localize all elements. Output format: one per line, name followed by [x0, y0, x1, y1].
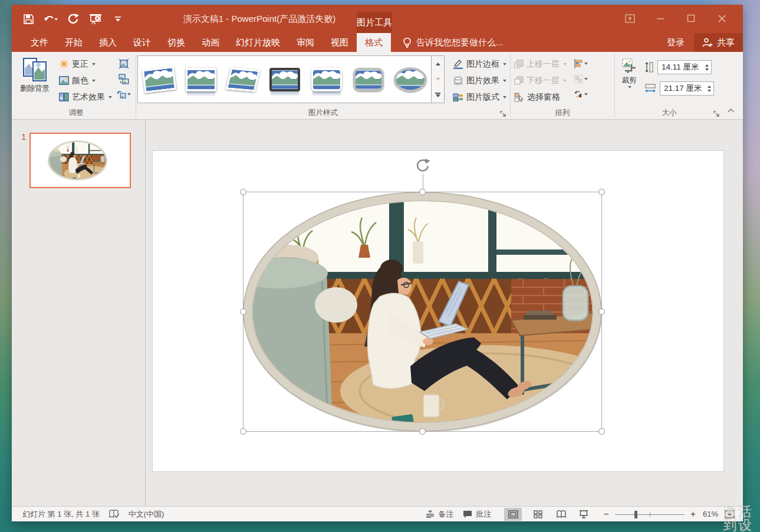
gallery-scroll-up-icon[interactable] — [432, 56, 444, 71]
shape-height-field[interactable]: 14.11 厘米 — [657, 60, 712, 74]
slide-sorter-view-icon[interactable] — [529, 508, 547, 521]
selection-pane-label: 选择窗格 — [527, 92, 560, 103]
tab-animations[interactable]: 动画 — [193, 33, 228, 52]
group-size: 裁剪 14.11 厘米 21.17 厘米 — [616, 52, 722, 119]
tab-file[interactable]: 文件 — [22, 33, 57, 52]
comments-button[interactable]: 批注 — [458, 507, 496, 521]
rotate-objects-button[interactable] — [574, 87, 588, 101]
resize-handle-left[interactable] — [240, 308, 246, 315]
slideshow-view-icon[interactable] — [575, 508, 593, 521]
resize-handle-top-left[interactable] — [240, 189, 246, 195]
zoom-level[interactable]: 61% — [698, 510, 720, 518]
picture-style-simple-frame-white[interactable] — [180, 56, 222, 103]
language-status[interactable]: 中文(中国) — [124, 507, 169, 521]
align-objects-button[interactable] — [574, 57, 588, 71]
slide-thumbnail-panel: 1 — [12, 120, 146, 506]
customize-quick-access-toolbar-icon[interactable] — [111, 12, 125, 26]
group-label-picture-styles: 图片样式 — [137, 108, 509, 119]
tab-view[interactable]: 视图 — [323, 33, 357, 52]
picture-style-frame-black[interactable] — [264, 56, 305, 103]
tab-transitions[interactable]: 切换 — [159, 33, 193, 52]
main-area: 1 — [12, 120, 743, 506]
tab-format[interactable]: 格式 — [357, 33, 391, 52]
corrections-button[interactable]: 更正 — [57, 56, 114, 72]
shape-width-field[interactable]: 21.17 厘米 — [660, 81, 714, 96]
picture-border-button[interactable]: 图片边框 — [450, 56, 509, 72]
normal-view-icon[interactable] — [504, 508, 522, 521]
tell-me-box[interactable]: 告诉我您想要做什么... — [403, 33, 504, 52]
collapse-ribbon-icon[interactable] — [725, 106, 736, 114]
fit-slide-to-window-icon[interactable] — [720, 508, 738, 521]
send-backward-button[interactable]: 下移一层 — [512, 73, 569, 88]
selection-pane-button[interactable]: 选择窗格 — [512, 89, 569, 105]
bring-forward-button[interactable]: 上移一层 — [512, 56, 569, 72]
resize-handle-top[interactable] — [419, 189, 426, 195]
slide-thumbnail[interactable] — [29, 133, 131, 188]
picture-style-rounded-metal[interactable] — [347, 56, 389, 103]
start-slideshow-icon[interactable] — [88, 12, 103, 26]
sign-in-button[interactable]: 登录 — [657, 33, 694, 52]
picture-effects-caret — [503, 80, 506, 82]
maximize-icon[interactable] — [676, 8, 706, 28]
resize-handle-bottom-left[interactable] — [240, 428, 246, 435]
quick-access-toolbar — [21, 12, 125, 26]
zoom-slider[interactable] — [615, 510, 685, 518]
picture-style-metal-oval[interactable] — [389, 56, 431, 103]
group-separator — [614, 54, 615, 117]
shape-height-stepper[interactable] — [702, 61, 711, 74]
picture-styles-dialog-launcher-icon[interactable] — [499, 110, 507, 117]
group-label-arrange: 排列 — [512, 108, 613, 119]
shape-height-icon — [644, 61, 654, 73]
zoom-slider-knob[interactable] — [634, 511, 637, 518]
crop-caret — [628, 86, 631, 88]
close-icon[interactable] — [706, 8, 737, 28]
tab-slideshow[interactable]: 幻灯片放映 — [228, 33, 288, 52]
zoom-out-icon[interactable]: − — [601, 509, 611, 520]
gallery-scroll-down-icon[interactable] — [432, 71, 444, 87]
oval-picture[interactable] — [243, 192, 602, 432]
artistic-effects-button[interactable]: 艺术效果 — [57, 89, 114, 105]
resize-handle-bottom[interactable] — [419, 428, 426, 435]
save-icon[interactable] — [21, 12, 35, 26]
compress-picture-button[interactable] — [117, 57, 131, 71]
remove-background-button[interactable]: 删除背景 — [18, 55, 52, 93]
redo-icon[interactable] — [66, 12, 80, 26]
change-picture-button[interactable] — [117, 72, 131, 86]
slide-editor[interactable] — [146, 120, 743, 506]
color-button[interactable]: 颜色 — [57, 73, 114, 88]
tab-review[interactable]: 审阅 — [288, 33, 323, 52]
shape-width-stepper[interactable] — [705, 82, 713, 95]
picture-layout-button[interactable]: 图片版式 — [450, 89, 509, 105]
tab-design[interactable]: 设计 — [125, 33, 159, 52]
size-dialog-launcher-icon[interactable] — [713, 110, 720, 117]
resize-handle-bottom-right[interactable] — [598, 428, 605, 435]
group-objects-icon — [574, 74, 583, 84]
ribbon-display-options-icon[interactable] — [614, 8, 645, 28]
selection-pane-icon — [514, 93, 524, 102]
crop-button[interactable]: 裁剪 — [616, 55, 642, 88]
contextual-tab-header: 图片工具 — [357, 12, 392, 33]
rotate-handle-icon[interactable] — [415, 158, 430, 176]
zoom-in-icon[interactable]: + — [688, 509, 698, 520]
undo-icon[interactable] — [44, 12, 58, 26]
minimize-icon[interactable] — [645, 8, 676, 28]
spellcheck-icon[interactable] — [104, 507, 124, 521]
resize-handle-right[interactable] — [598, 308, 605, 315]
tab-insert[interactable]: 插入 — [91, 33, 125, 52]
tab-home[interactable]: 开始 — [57, 33, 91, 52]
gallery-expand-icon[interactable] — [432, 87, 444, 103]
slide-counter[interactable]: 幻灯片 第 1 张, 共 1 张 — [18, 507, 104, 521]
share-label: 共享 — [717, 37, 735, 48]
picture-style-perspective-white[interactable] — [222, 56, 264, 103]
share-button[interactable]: 共享 — [694, 33, 743, 52]
resize-handle-top-right[interactable] — [598, 189, 605, 195]
group-objects-button[interactable] — [574, 72, 588, 86]
picture-style-rotated-white[interactable] — [138, 56, 180, 103]
picture-style-rounded-reflection-white[interactable] — [305, 56, 347, 103]
reading-view-icon[interactable] — [552, 508, 570, 521]
picture-effects-button[interactable]: 图片效果 — [450, 73, 509, 88]
reset-picture-button[interactable] — [117, 87, 131, 101]
slide-canvas[interactable] — [152, 150, 724, 472]
notes-button[interactable]: 备注 — [421, 507, 458, 521]
bring-forward-icon — [514, 60, 524, 69]
